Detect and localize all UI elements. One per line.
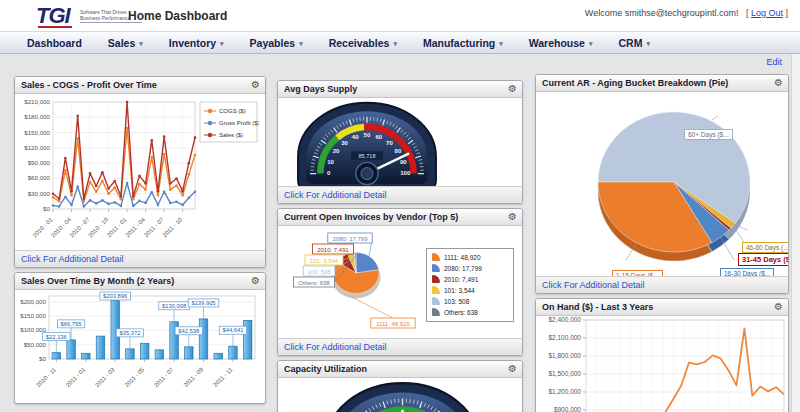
- logo-accent-bar: [38, 26, 72, 28]
- chart-sales-by-month: $0$50,000$100,000$150,000$200,0002010 - …: [15, 290, 265, 404]
- svg-text:$210,000: $210,000: [24, 98, 50, 105]
- chart-ar-aging: 60+ Days ($...46-60 Days (...31-45 Days …: [536, 92, 788, 282]
- chart-on-hand: $2,400,000$2,100,000$1,800,000$1,500,000…: [536, 316, 788, 412]
- additional-detail-link[interactable]: Click For Additional Detail: [284, 342, 387, 352]
- svg-text:2011 - 03: 2011 - 03: [94, 366, 116, 388]
- top-bar: TGI Software That Drives Business Perfor…: [0, 0, 800, 32]
- legend-color-chip: [432, 253, 440, 261]
- legend-row: 103: 508: [432, 297, 509, 305]
- svg-text:103: 508: 103: 508: [307, 269, 331, 275]
- svg-text:60: 60: [375, 134, 382, 140]
- gauge-avg-days-supply: 010203040506070809010085.718: [278, 98, 522, 187]
- legend-row: 1111: 48,920: [432, 253, 509, 261]
- gear-icon[interactable]: ⚙: [251, 79, 260, 90]
- gear-icon[interactable]: ⚙: [774, 77, 783, 88]
- legend-color-chip: [432, 275, 440, 283]
- scrollbar-track[interactable]: [791, 54, 800, 412]
- welcome-text: Welcome smithse@techgroupintl.com! [ Log…: [585, 8, 788, 18]
- panel-sales-cogs-profit: Sales - COGS - Profit Over Time ⚙ $0$30,…: [14, 76, 266, 268]
- gear-icon[interactable]: ⚙: [508, 83, 517, 94]
- chevron-down-icon: ▾: [646, 40, 650, 47]
- svg-text:$50,000: $50,000: [24, 341, 47, 348]
- svg-text:2011 - 07: 2011 - 07: [153, 366, 175, 388]
- legend-row: 101: 3,544: [432, 286, 509, 294]
- svg-text:$130,008: $130,008: [162, 303, 186, 309]
- panel-on-hand: On Hand ($) - Last 3 Years ⚙ $2,400,000$…: [535, 298, 789, 412]
- legend-label: 2080: 17,799: [444, 265, 482, 272]
- nav-item-manufacturing[interactable]: Manufacturing▾: [410, 37, 516, 49]
- legend-color-chip: [432, 286, 440, 294]
- edit-link[interactable]: Edit: [766, 57, 782, 67]
- panel-header: Avg Days Supply ⚙: [278, 81, 522, 98]
- page-title: Home Dashboard: [128, 9, 227, 23]
- svg-text:$0: $0: [43, 205, 50, 212]
- panel-footer: Click For Additional Detail: [15, 250, 265, 267]
- svg-text:$1,800,000: $1,800,000: [548, 352, 581, 359]
- panel-title: Capacity Utilization: [284, 364, 367, 374]
- pie-callout-label: 31-45 Days ($: [738, 253, 789, 266]
- svg-text:$2,100,000: $2,100,000: [548, 334, 581, 341]
- pie-legend: 1111: 48,9202080: 17,7992010: 7,491101: …: [426, 248, 514, 322]
- nav-item-inventory[interactable]: Inventory▾: [156, 37, 237, 49]
- legend-color-chip: [432, 264, 440, 272]
- panel-ar-aging: Current AR - Aging Bucket Breakdown (Pie…: [535, 74, 789, 294]
- svg-text:$150,000: $150,000: [20, 312, 46, 319]
- svg-text:$1,200,000: $1,200,000: [548, 388, 581, 395]
- legend-label: 1111: 48,920: [444, 254, 481, 261]
- panel-header: Sales Over Time By Month (2 Years) ⚙: [15, 273, 265, 290]
- svg-text:$203,896: $203,896: [103, 293, 127, 299]
- svg-text:$30,000: $30,000: [28, 190, 51, 197]
- chart-open-invoices: 1111: 48,9202080: 17,7992010: 7,491101: …: [278, 226, 522, 342]
- nav-item-receivables[interactable]: Receivables▾: [316, 37, 410, 49]
- svg-text:$42,538: $42,538: [178, 328, 199, 334]
- panel-footer: Click For Additional Detail: [278, 338, 522, 355]
- logout-link[interactable]: Log Out: [751, 8, 783, 18]
- svg-text:$150,000: $150,000: [24, 129, 50, 136]
- nav-item-sales[interactable]: Sales▾: [95, 37, 156, 49]
- svg-text:10: 10: [327, 159, 334, 165]
- svg-text:2080: 17,799: 2080: 17,799: [332, 236, 368, 242]
- svg-text:2011 - 11: 2011 - 11: [212, 366, 234, 388]
- gear-icon[interactable]: ⚙: [508, 211, 517, 222]
- main-nav: DashboardSales▾Inventory▾Payables▾Receiv…: [0, 32, 800, 54]
- nav-item-crm[interactable]: CRM▾: [605, 37, 662, 49]
- legend-row: Others: 638: [432, 308, 509, 316]
- gauge-capacity-utilization: 0102030405060708090100: [278, 378, 522, 412]
- legend-color-chip: [432, 297, 440, 305]
- welcome-message: Welcome smithse@techgroupintl.com!: [585, 8, 739, 18]
- svg-text:101: 3,544: 101: 3,544: [310, 258, 339, 264]
- dashboard-screen: TGI Software That Drives Business Perfor…: [0, 0, 800, 412]
- chart-sales-cogs-profit: $0$30,000$60,000$90,000$120,000$150,000$…: [15, 94, 265, 256]
- svg-text:$22,136: $22,136: [46, 334, 67, 340]
- panel-open-invoices: Current Open Invoices by Vendor (Top 5) …: [277, 208, 523, 356]
- svg-text:Sales ($): Sales ($): [219, 132, 243, 138]
- additional-detail-link[interactable]: Click For Additional Detail: [21, 254, 124, 264]
- legend-label: 101: 3,544: [444, 287, 475, 294]
- gear-icon[interactable]: ⚙: [508, 363, 517, 374]
- chevron-down-icon: ▾: [499, 40, 503, 47]
- svg-text:Gross Profit ($): Gross Profit ($): [219, 120, 259, 126]
- nav-item-warehouse[interactable]: Warehouse▾: [516, 37, 606, 49]
- svg-text:2011 - 10: 2011 - 10: [161, 216, 183, 238]
- additional-detail-link[interactable]: Click For Additional Detail: [542, 280, 645, 290]
- panel-header: Capacity Utilization ⚙: [278, 361, 522, 378]
- bracket-open: [: [746, 8, 749, 18]
- chevron-down-icon: ▾: [299, 40, 303, 47]
- additional-detail-link[interactable]: Click For Additional Detail: [284, 190, 387, 200]
- svg-text:50: 50: [364, 132, 371, 138]
- panel-header: Current Open Invoices by Vendor (Top 5) …: [278, 209, 522, 226]
- svg-text:2010 - 11: 2010 - 11: [35, 366, 57, 388]
- svg-text:$35,372: $35,372: [119, 330, 140, 336]
- gear-icon[interactable]: ⚙: [774, 301, 783, 312]
- legend-label: Others: 638: [444, 309, 478, 316]
- svg-text:100: 100: [400, 170, 411, 176]
- nav-item-payables[interactable]: Payables▾: [237, 37, 316, 49]
- nav-item-dashboard[interactable]: Dashboard: [14, 37, 95, 49]
- svg-text:Others: 638: Others: 638: [298, 280, 330, 286]
- svg-text:$2,400,000: $2,400,000: [548, 316, 581, 323]
- svg-text:1111: 48,920: 1111: 48,920: [376, 321, 410, 327]
- panel-capacity-utilization: Capacity Utilization ⚙ 01020304050607080…: [277, 360, 523, 412]
- svg-text:85.718: 85.718: [358, 153, 375, 159]
- gear-icon[interactable]: ⚙: [251, 275, 260, 286]
- svg-text:$60,000: $60,000: [28, 174, 51, 181]
